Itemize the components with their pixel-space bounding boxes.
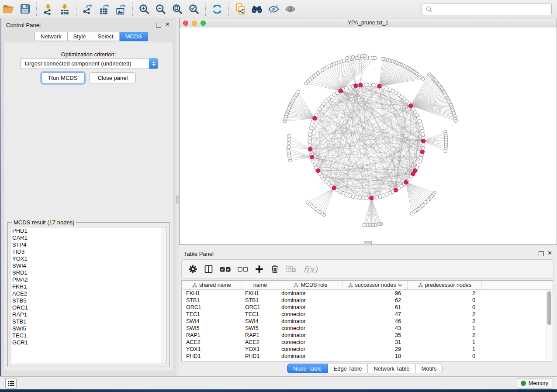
graph-leaf-node[interactable] [352, 55, 355, 59]
import-table-icon[interactable] [58, 3, 71, 16]
export-image-icon[interactable] [114, 3, 128, 16]
table-row[interactable]: PHD1PHD1dominator180 [182, 353, 553, 360]
tab-edge-table[interactable]: Edge Table [328, 364, 368, 373]
mcds-result-item[interactable]: RAP1 [10, 311, 161, 318]
mcds-node[interactable] [421, 139, 425, 143]
mcds-result-item[interactable]: PHD1 [10, 227, 161, 234]
table-scrollbar[interactable] [546, 290, 552, 361]
graph-leaf-node[interactable] [362, 224, 365, 227]
graph-node[interactable] [378, 195, 382, 198]
graph-node[interactable] [308, 143, 311, 147]
table-row[interactable]: RAP1RAP1dominator352 [182, 332, 553, 339]
table-row[interactable]: ORC1ORC1dominator610 [182, 304, 553, 311]
table-row[interactable]: SWI4SWI4dominator462 [182, 318, 553, 325]
mcds-result-item[interactable]: GCR1 [10, 339, 161, 346]
table-scrollbar-thumb[interactable] [547, 291, 551, 325]
mcds-result-item[interactable]: ACE2 [10, 290, 161, 297]
tab-select[interactable]: Select [92, 32, 120, 41]
mcds-result-item[interactable]: SWI5 [10, 325, 161, 332]
network-window-titlebar[interactable]: YPA_prune.txt_1 [180, 18, 557, 28]
mcds-node[interactable] [308, 147, 312, 151]
network-graph[interactable] [180, 28, 557, 244]
graph-node[interactable] [421, 133, 425, 136]
graph-node[interactable] [375, 196, 378, 199]
mcds-result-item[interactable]: TID3 [10, 248, 161, 255]
graph-node[interactable] [368, 83, 372, 86]
mcds-node[interactable] [411, 172, 415, 176]
mcds-node[interactable] [310, 155, 314, 159]
graph-node[interactable] [371, 83, 375, 87]
graph-node[interactable] [365, 196, 368, 200]
mcds-result-item[interactable]: PMA2 [10, 276, 161, 283]
column-header-mcds-role[interactable]: MCDS role [278, 281, 343, 289]
tab-node-table[interactable]: Node Table [287, 364, 328, 373]
zoom-fit-icon[interactable] [171, 3, 184, 16]
network-canvas[interactable] [180, 28, 557, 244]
select-all-icon[interactable] [220, 266, 231, 273]
graph-leaf-node[interactable] [444, 149, 447, 153]
vertical-splitter[interactable] [176, 18, 179, 376]
graph-leaf-node[interactable] [363, 54, 367, 58]
graph-node[interactable] [421, 146, 425, 150]
add-icon[interactable] [255, 265, 264, 274]
mcds-result-item[interactable]: STP4 [10, 241, 161, 248]
graph-leaf-node[interactable] [421, 77, 425, 81]
mcds-node[interactable] [370, 196, 374, 200]
export-network-icon[interactable] [81, 3, 94, 16]
table-row[interactable]: ACE2ACE2connector311 [182, 339, 553, 346]
table-row[interactable]: TEC1TEC1connector472 [182, 311, 553, 318]
memory-button[interactable]: Memory [517, 378, 553, 389]
graph-leaf-node[interactable] [306, 201, 309, 204]
mcds-node[interactable] [408, 104, 412, 108]
mcds-result-item[interactable]: YOX1 [10, 255, 161, 262]
horizontal-splitter-handle[interactable] [364, 241, 372, 245]
close-panel-icon[interactable]: ✕ [165, 21, 170, 28]
save-icon[interactable] [18, 3, 31, 16]
graph-node[interactable] [308, 136, 311, 140]
graph-leaf-node[interactable] [374, 56, 377, 60]
first-neighbors-icon[interactable] [250, 3, 263, 16]
graph-leaf-node[interactable] [287, 145, 291, 149]
table-row[interactable]: SWI5SWI5connector431 [182, 325, 553, 332]
mcds-result-item[interactable]: FKH1 [10, 283, 161, 290]
optimization-criterion-select[interactable]: largest connected component (undirected) [21, 58, 158, 69]
graph-node[interactable] [422, 143, 425, 147]
import-network-icon[interactable] [42, 3, 55, 16]
hide-selected-icon[interactable] [267, 3, 280, 16]
mcds-node[interactable] [332, 186, 336, 190]
close-panel-button[interactable]: Close panel [90, 72, 136, 83]
graph-leaf-node[interactable] [287, 141, 291, 145]
mcds-node[interactable] [420, 150, 424, 154]
mcds-node[interactable] [394, 188, 398, 192]
refresh-icon[interactable] [211, 3, 224, 16]
mcds-result-item[interactable]: SRD1 [10, 269, 161, 276]
graph-node[interactable] [365, 83, 368, 86]
show-columns-icon[interactable] [204, 265, 213, 274]
delete-table-icon[interactable] [286, 265, 296, 273]
table-row[interactable]: STB1STB1dominator620 [182, 297, 553, 304]
close-panel-icon[interactable]: ✕ [547, 250, 552, 256]
tab-style[interactable]: Style [68, 32, 92, 41]
graph-leaf-node[interactable] [287, 134, 291, 138]
mcds-result-item[interactable]: ORC1 [10, 304, 161, 311]
function-builder-icon[interactable]: f(x) [303, 265, 318, 274]
duplicate-network-icon[interactable] [234, 3, 247, 16]
graph-node[interactable] [361, 196, 365, 200]
mcds-node[interactable] [316, 168, 320, 172]
mcds-result-item[interactable]: SWI4 [10, 262, 161, 269]
mcds-node[interactable] [359, 83, 363, 87]
task-history-button[interactable] [5, 378, 17, 389]
mcds-node[interactable] [313, 117, 317, 120]
column-header-predecessor-nodes[interactable]: predecessor nodes [407, 281, 482, 289]
mcds-result-item[interactable]: STB5 [10, 297, 161, 304]
mcds-node[interactable] [339, 89, 343, 93]
graph-leaf-node[interactable] [410, 212, 414, 216]
tab-network-table[interactable]: Network Table [368, 364, 415, 373]
deselect-all-icon[interactable] [238, 266, 248, 272]
mcds-node[interactable] [404, 180, 408, 184]
graph-node[interactable] [421, 129, 424, 133]
graph-node[interactable] [358, 196, 361, 199]
tab-motifs[interactable]: Motifs [416, 364, 443, 373]
graph-node[interactable] [354, 196, 358, 199]
graph-node[interactable] [308, 140, 311, 143]
